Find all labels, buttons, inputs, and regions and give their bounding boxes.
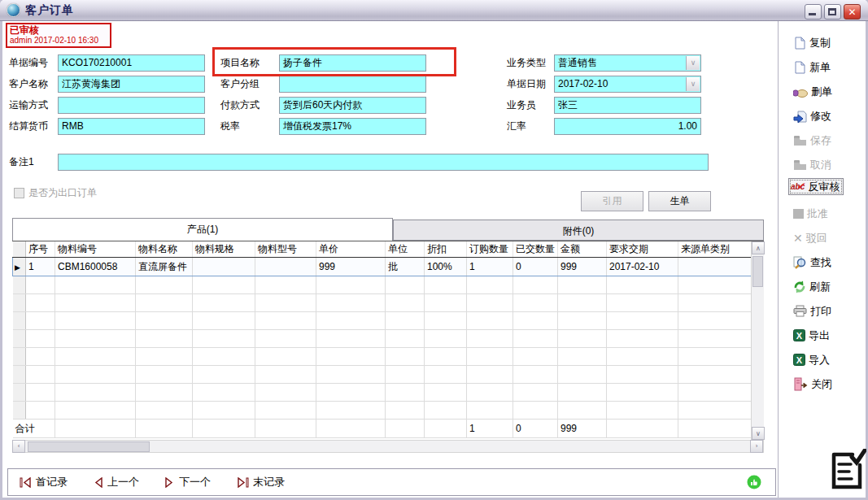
- transport-field[interactable]: [58, 97, 205, 114]
- sidebar-unapprove-label: 反审核: [808, 180, 840, 194]
- sidebar-cancel-button[interactable]: 取消: [793, 156, 831, 173]
- copy-icon: [793, 37, 806, 50]
- col-header[interactable]: 物料名称: [136, 241, 193, 258]
- sidebar-new-button[interactable]: 新单: [793, 59, 831, 76]
- cell-source-type[interactable]: [678, 258, 752, 276]
- doc-date-value: 2017-02-10: [558, 78, 608, 89]
- next-record-button[interactable]: 下一个: [164, 475, 211, 489]
- cell-seq[interactable]: 1: [26, 258, 55, 276]
- col-header[interactable]: 序号: [26, 241, 55, 258]
- sidebar-export-button[interactable]: X 导出: [793, 327, 830, 344]
- approve-icon: [793, 209, 804, 219]
- sidebar-refresh-button[interactable]: 刷新: [793, 278, 831, 295]
- sidebar-approve-button[interactable]: 批准: [793, 205, 828, 222]
- generate-order-button[interactable]: 生单: [648, 191, 711, 211]
- last-record-icon: [237, 477, 249, 488]
- scroll-left-icon[interactable]: ‹: [12, 440, 25, 453]
- sidebar-copy-button[interactable]: 复制: [793, 34, 831, 51]
- customer-order-window: 客户订单 ✕ 已审核 admin 2017-02-10 16:30 单据编号 K…: [0, 0, 868, 500]
- payment-field[interactable]: 货到后60天内付款: [279, 97, 426, 114]
- cell-delivered-qty[interactable]: 0: [513, 258, 558, 276]
- customer-group-field[interactable]: [279, 76, 426, 93]
- tab-products[interactable]: 产品(1): [12, 218, 393, 241]
- cell-unit-price[interactable]: 999: [316, 258, 386, 276]
- exchange-rate-field[interactable]: 1.00: [554, 118, 701, 135]
- minimize-button[interactable]: [805, 4, 822, 20]
- sidebar-export-label: 导出: [809, 328, 830, 343]
- row-pointer-icon: ▶: [13, 263, 20, 272]
- status-state: 已审核: [10, 25, 107, 36]
- export-order-checkbox[interactable]: [14, 188, 24, 198]
- doc-date-label: 单据日期: [507, 76, 546, 93]
- col-header[interactable]: 单价: [316, 241, 386, 258]
- sidebar-delete-button[interactable]: 删单: [793, 83, 832, 100]
- cell-discount[interactable]: 100%: [425, 258, 467, 276]
- cell-material-name[interactable]: 直流屏备件: [136, 258, 193, 276]
- cell-unit[interactable]: 批: [386, 258, 425, 276]
- vertical-scroll-thumb[interactable]: [752, 256, 763, 287]
- col-header[interactable]: 折扣: [425, 241, 467, 258]
- cell-model[interactable]: [255, 258, 316, 276]
- currency-field[interactable]: RMB: [58, 118, 205, 135]
- col-header[interactable]: 已交数量: [513, 241, 558, 258]
- prev-record-button[interactable]: 上一个: [93, 475, 139, 489]
- col-header[interactable]: 物料规格: [193, 241, 255, 258]
- sidebar-reject-label: 驳回: [806, 231, 827, 246]
- svg-text:X: X: [796, 355, 803, 365]
- reference-button[interactable]: 引用: [581, 191, 643, 211]
- salesman-field[interactable]: 张三: [554, 97, 701, 114]
- cell-due-date[interactable]: 2017-02-10: [607, 258, 678, 276]
- svg-text:X: X: [796, 331, 803, 341]
- project-field[interactable]: 扬子备件: [279, 54, 426, 72]
- scroll-right-icon[interactable]: ›: [750, 440, 763, 453]
- sidebar-edit-button[interactable]: 修改: [793, 107, 831, 124]
- first-record-button[interactable]: 首记录: [20, 475, 68, 489]
- title-bar[interactable]: 客户订单 ✕: [0, 0, 868, 21]
- cell-order-qty[interactable]: 1: [467, 258, 513, 276]
- last-record-button[interactable]: 末记录: [237, 475, 285, 489]
- horizontal-scroll-thumb[interactable]: [28, 441, 150, 452]
- sidebar-unapprove-button[interactable]: abc✔ 反审核: [788, 178, 844, 195]
- chevron-down-icon[interactable]: ∨: [686, 77, 700, 91]
- sidebar-close-button[interactable]: 关闭: [793, 376, 832, 393]
- col-header[interactable]: 物料型号: [255, 241, 316, 258]
- horizontal-scrollbar[interactable]: ‹ ›: [12, 440, 764, 453]
- doc-date-dropdown[interactable]: 2017-02-10∨: [554, 76, 701, 93]
- biz-type-dropdown[interactable]: 普通销售∨: [554, 54, 701, 72]
- note1-field[interactable]: [58, 154, 709, 171]
- cell-amount[interactable]: 999: [558, 258, 607, 276]
- table-row-selected[interactable]: ▶ 1 CBM1600058 直流屏备件 999 批 100% 1 0 999 …: [13, 258, 752, 276]
- sidebar-import-button[interactable]: X 导入: [793, 351, 830, 368]
- col-header[interactable]: 订购数量: [467, 241, 513, 258]
- currency-label: 结算货币: [9, 118, 48, 135]
- product-grid: 序号 物料编号 物料名称 物料规格 物料型号 单价 单位 折扣 订购数量 已交数…: [12, 241, 764, 440]
- empty-row: [13, 366, 752, 384]
- empty-row: [13, 276, 752, 294]
- chevron-down-icon[interactable]: ∨: [686, 56, 700, 70]
- customer-field[interactable]: 江苏黄海集团: [58, 76, 205, 93]
- sidebar-save-button[interactable]: 保存: [793, 132, 831, 149]
- scroll-down-icon[interactable]: ∨: [752, 427, 765, 440]
- tax-field[interactable]: 增值税发票17%: [279, 118, 426, 135]
- cell-spec[interactable]: [193, 258, 255, 276]
- col-header[interactable]: 单位: [386, 241, 425, 258]
- close-button[interactable]: ✕: [844, 4, 861, 20]
- product-table: 序号 物料编号 物料名称 物料规格 物料型号 单价 单位 折扣 订购数量 已交数…: [12, 241, 752, 438]
- col-header[interactable]: 物料编号: [55, 241, 136, 258]
- sidebar-divider: [778, 21, 779, 498]
- doc-no-field[interactable]: KCO170210001: [58, 54, 205, 72]
- col-header[interactable]: 金额: [558, 241, 607, 258]
- row-selector-cell: ▶: [13, 258, 26, 276]
- maximize-button[interactable]: [824, 4, 841, 20]
- cell-material-no[interactable]: CBM1600058: [55, 258, 136, 276]
- vertical-scrollbar[interactable]: ∧ ∨: [751, 241, 764, 440]
- sidebar-print-button[interactable]: 打印: [793, 302, 831, 320]
- export-order-label: 是否为出口订单: [28, 186, 97, 200]
- scroll-up-icon[interactable]: ∧: [752, 241, 765, 254]
- sidebar-find-button[interactable]: 查找: [793, 254, 831, 271]
- col-header[interactable]: 来源单类别: [678, 241, 752, 258]
- sidebar-reject-button[interactable]: ✕ 驳回: [793, 229, 827, 246]
- grid-empty-rows: [13, 276, 752, 420]
- col-header[interactable]: 要求交期: [607, 241, 678, 258]
- tab-attachments[interactable]: 附件(0): [393, 220, 764, 241]
